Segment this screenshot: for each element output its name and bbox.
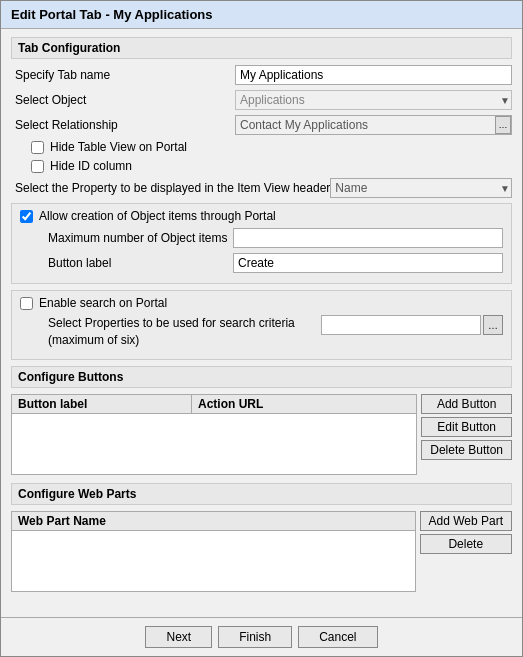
select-object-select: Applications: [235, 90, 512, 110]
web-parts-table-body: [12, 531, 415, 591]
item-view-header-label: Select the Property to be displayed in t…: [15, 181, 330, 195]
buttons-table-body: [12, 414, 416, 474]
button-label-row: Button label: [20, 253, 503, 273]
select-relationship-label: Select Relationship: [15, 118, 235, 132]
select-object-label: Select Object: [15, 93, 235, 107]
configure-buttons-actions: Add Button Edit Button Delete Button: [421, 394, 512, 475]
max-items-input[interactable]: [233, 228, 503, 248]
buttons-table-header: Button label Action URL: [12, 395, 416, 414]
allow-creation-title-row: Allow creation of Object items through P…: [20, 209, 503, 223]
hide-table-view-checkbox[interactable]: [31, 141, 44, 154]
tab-config-section-header: Tab Configuration: [11, 37, 512, 59]
select-relationship-row: Select Relationship Contact My Applicati…: [11, 115, 512, 135]
hide-table-view-label: Hide Table View on Portal: [50, 140, 187, 154]
delete-button-btn[interactable]: Delete Button: [421, 440, 512, 460]
relationship-browse-button[interactable]: …: [495, 116, 511, 134]
configure-buttons-section: Configure Buttons Button label Action UR…: [11, 366, 512, 475]
col-action-url-header: Action URL: [192, 395, 416, 413]
web-parts-table: Web Part Name: [11, 511, 416, 592]
configure-buttons-area: Button label Action URL Add Button Edit …: [11, 394, 512, 475]
configure-web-parts-section: Configure Web Parts Web Part Name Add We…: [11, 483, 512, 592]
select-object-wrapper: Applications ▼: [235, 90, 512, 110]
enable-search-block: Enable search on Portal Select Propertie…: [11, 290, 512, 360]
button-label-label: Button label: [48, 256, 233, 270]
web-parts-table-header: Web Part Name: [12, 512, 415, 531]
relationship-value: Contact My Applications: [236, 116, 495, 134]
col-button-label-header: Button label: [12, 395, 192, 413]
search-criteria-input-wrapper: …: [321, 315, 503, 335]
hide-id-col-row: Hide ID column: [11, 159, 512, 173]
max-items-row: Maximum number of Object items: [20, 228, 503, 248]
add-web-part-btn[interactable]: Add Web Part: [420, 511, 512, 531]
configure-web-parts-header: Configure Web Parts: [11, 483, 512, 505]
tab-name-row: Specify Tab name: [11, 65, 512, 85]
hide-table-view-row: Hide Table View on Portal: [11, 140, 512, 154]
edit-portal-tab-dialog: Edit Portal Tab - My Applications Tab Co…: [0, 0, 523, 657]
item-view-select[interactable]: Name: [330, 178, 512, 198]
allow-creation-label: Allow creation of Object items through P…: [39, 209, 276, 223]
hide-id-col-checkbox[interactable]: [31, 160, 44, 173]
enable-search-title-row: Enable search on Portal: [20, 296, 503, 310]
web-parts-area: Web Part Name Add Web Part Delete: [11, 511, 512, 592]
enable-search-label: Enable search on Portal: [39, 296, 167, 310]
item-view-header-row: Select the Property to be displayed in t…: [11, 178, 512, 198]
allow-creation-checkbox[interactable]: [20, 210, 33, 223]
search-criteria-browse-button[interactable]: …: [483, 315, 503, 335]
tab-name-label: Specify Tab name: [15, 68, 235, 82]
buttons-table: Button label Action URL: [11, 394, 417, 475]
tab-name-input[interactable]: [235, 65, 512, 85]
finish-button[interactable]: Finish: [218, 626, 292, 648]
relationship-select-wrapper: Contact My Applications …: [235, 115, 512, 135]
hide-id-col-label: Hide ID column: [50, 159, 132, 173]
dialog-title: Edit Portal Tab - My Applications: [1, 1, 522, 29]
enable-search-checkbox[interactable]: [20, 297, 33, 310]
allow-creation-block: Allow creation of Object items through P…: [11, 203, 512, 284]
delete-web-part-btn[interactable]: Delete: [420, 534, 512, 554]
select-object-row: Select Object Applications ▼: [11, 90, 512, 110]
dialog-body: Tab Configuration Specify Tab name Selec…: [1, 29, 522, 617]
max-items-label: Maximum number of Object items: [48, 231, 233, 245]
search-criteria-input[interactable]: [321, 315, 481, 335]
dialog-footer: Next Finish Cancel: [1, 617, 522, 656]
edit-button-btn[interactable]: Edit Button: [421, 417, 512, 437]
configure-buttons-header: Configure Buttons: [11, 366, 512, 388]
cancel-button[interactable]: Cancel: [298, 626, 377, 648]
item-view-select-wrapper: Name ▼: [330, 178, 512, 198]
search-criteria-row: Select Properties to be used for search …: [20, 315, 503, 349]
search-criteria-label: Select Properties to be used for search …: [48, 315, 321, 349]
next-button[interactable]: Next: [145, 626, 212, 648]
button-label-input[interactable]: [233, 253, 503, 273]
add-button-btn[interactable]: Add Button: [421, 394, 512, 414]
web-parts-actions: Add Web Part Delete: [420, 511, 512, 592]
